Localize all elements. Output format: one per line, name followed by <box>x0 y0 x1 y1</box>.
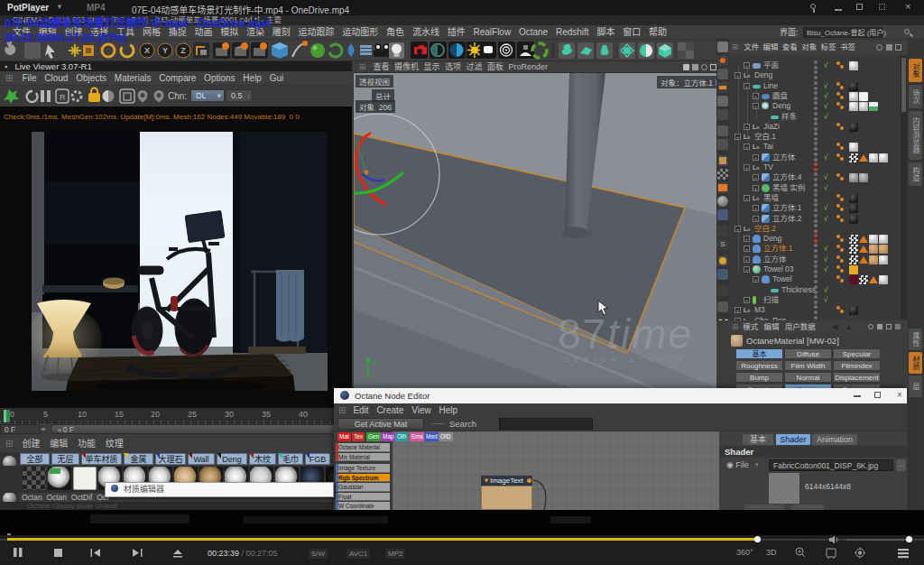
svg-text:R: R <box>60 93 66 102</box>
svg-text:X: X <box>144 46 150 55</box>
svg-text:Y: Y <box>373 360 377 366</box>
svg-text:Y: Y <box>162 46 168 55</box>
svg-text:Chn:: Chn: <box>168 91 187 101</box>
svg-text:Z: Z <box>180 46 186 55</box>
svg-text:DESIGN STUDIO: DESIGN STUDIO <box>564 356 686 364</box>
svg-text:87time: 87time <box>558 310 693 357</box>
